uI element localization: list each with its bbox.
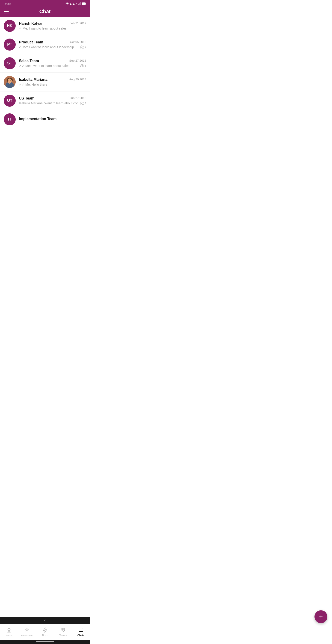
svg-point-8 bbox=[82, 46, 83, 47]
chat-content-harish-kalyan: Harish Kalyan Feb 21,2019 ✓ Me: I want t… bbox=[19, 22, 86, 30]
status-time: 9:00 bbox=[4, 2, 10, 6]
status-icons: LTE R bbox=[65, 2, 86, 5]
chat-date-us-team: Jun 27,2018 bbox=[70, 96, 86, 100]
chat-content-isabella-mariana: Isabella Mariana Aug 20,2018 ✓✓ Me: Hell… bbox=[19, 78, 86, 86]
member-badge-product-team: 2 bbox=[80, 46, 86, 49]
chat-preview-harish-kalyan: ✓ Me: I want to learn about sales bbox=[19, 26, 86, 30]
avatar-isabella-mariana bbox=[4, 76, 16, 88]
svg-point-17 bbox=[10, 80, 11, 81]
header-title: Chat bbox=[39, 8, 51, 14]
check-icon-single: ✓ bbox=[19, 26, 22, 30]
app-header: Chat bbox=[0, 8, 90, 17]
double-check-icon-isabella: ✓✓ bbox=[19, 83, 24, 86]
avatar-harish-kalyan: HK bbox=[4, 20, 16, 32]
chat-name-harish-kalyan: Harish Kalyan bbox=[19, 22, 44, 26]
member-badge-sales-team: 4 bbox=[80, 64, 86, 68]
chat-preview-product-team: ✓ Me: I want to learn about leadership bbox=[19, 45, 78, 49]
chat-preview-isabella-mariana: ✓✓ Me: Hello there bbox=[19, 83, 86, 86]
chat-name-us-team: US Team bbox=[19, 96, 34, 100]
wifi-icon bbox=[65, 2, 69, 5]
svg-point-19 bbox=[82, 102, 83, 103]
svg-rect-6 bbox=[86, 3, 86, 4]
chat-name-product-team: Product Team bbox=[19, 40, 43, 44]
svg-point-7 bbox=[81, 46, 82, 47]
chat-preview-us-team: Isabella Mariana: Want to learn about co… bbox=[19, 101, 78, 105]
chat-content-sales-team: Sales Team Sep 27,2018 ✓✓ Me: I want to … bbox=[19, 59, 86, 68]
avatar-implementation-team: IT bbox=[4, 114, 16, 126]
avatar-product-team: PT bbox=[4, 38, 16, 50]
chat-name-isabella-mariana: Isabella Mariana bbox=[19, 78, 47, 82]
r-label: R bbox=[76, 2, 77, 5]
status-bar: 9:00 LTE R bbox=[0, 0, 90, 8]
double-check-icon-sales: ✓✓ bbox=[19, 64, 24, 68]
signal-icon bbox=[78, 2, 81, 5]
members-icon-us bbox=[80, 102, 84, 105]
check-icon-product: ✓ bbox=[19, 45, 22, 49]
chat-item-sales-team[interactable]: ST Sales Team Sep 27,2018 ✓✓ Me: I want … bbox=[0, 54, 90, 73]
chat-name-sales-team: Sales Team bbox=[19, 59, 39, 63]
chat-content-implementation-team: Implementation Team bbox=[19, 117, 86, 122]
chat-item-implementation-team[interactable]: IT Implementation Team bbox=[0, 110, 90, 128]
svg-point-0 bbox=[67, 4, 68, 5]
svg-rect-3 bbox=[80, 3, 80, 5]
chat-date-harish-kalyan: Feb 21,2019 bbox=[69, 22, 86, 25]
svg-rect-5 bbox=[82, 2, 86, 5]
svg-rect-2 bbox=[79, 4, 80, 5]
svg-point-9 bbox=[81, 64, 82, 66]
members-icon bbox=[80, 46, 84, 49]
chat-date-isabella-mariana: Aug 20,2018 bbox=[69, 78, 86, 81]
chat-item-harish-kalyan[interactable]: HK Harish Kalyan Feb 21,2019 ✓ Me: I wan… bbox=[0, 17, 90, 35]
chat-preview-sales-team: ✓✓ Me: I want to learn about sales bbox=[19, 64, 78, 68]
avatar-sales-team: ST bbox=[4, 57, 16, 69]
svg-point-18 bbox=[81, 102, 82, 103]
svg-point-15 bbox=[7, 78, 12, 84]
chat-name-implementation-team: Implementation Team bbox=[19, 117, 56, 121]
svg-rect-4 bbox=[80, 2, 81, 5]
chat-list: HK Harish Kalyan Feb 21,2019 ✓ Me: I wan… bbox=[0, 17, 90, 128]
hamburger-menu[interactable] bbox=[4, 10, 9, 14]
svg-point-16 bbox=[8, 80, 9, 81]
chat-item-us-team[interactable]: UT US Team Jun 27,2018 Isabella Mariana:… bbox=[0, 92, 90, 110]
lte-label: LTE bbox=[70, 2, 75, 5]
avatar-us-team: UT bbox=[4, 95, 16, 107]
svg-point-10 bbox=[82, 65, 83, 66]
chat-item-isabella-mariana[interactable]: Isabella Mariana Aug 20,2018 ✓✓ Me: Hell… bbox=[0, 73, 90, 92]
chat-content-product-team: Product Team Oct 05,2018 ✓ Me: I want to… bbox=[19, 40, 86, 49]
chat-date-sales-team: Sep 27,2018 bbox=[69, 59, 86, 62]
svg-rect-1 bbox=[78, 4, 79, 5]
chat-item-product-team[interactable]: PT Product Team Oct 05,2018 ✓ Me: I want… bbox=[0, 35, 90, 54]
members-icon-sales bbox=[80, 64, 84, 68]
battery-icon bbox=[82, 2, 86, 5]
chat-date-product-team: Oct 05,2018 bbox=[70, 40, 86, 44]
chat-content-us-team: US Team Jun 27,2018 Isabella Mariana: Wa… bbox=[19, 96, 86, 105]
member-badge-us-team: 4 bbox=[80, 102, 86, 105]
